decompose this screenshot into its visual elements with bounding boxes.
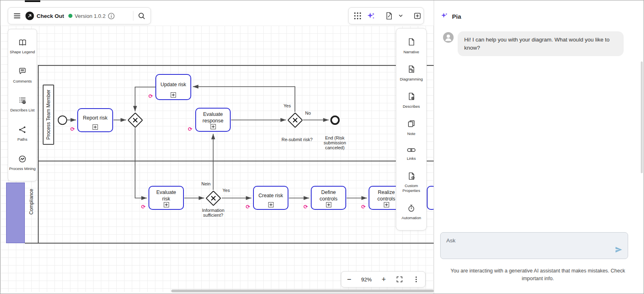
- branch-icon: [18, 126, 26, 135]
- doc-gear-icon: [408, 172, 415, 181]
- pool-header-selected[interactable]: [6, 183, 25, 243]
- subprocess-marker-icon[interactable]: [268, 202, 273, 207]
- flow-label-yes-bottom: Yes: [223, 188, 230, 193]
- chat-input-container: [440, 232, 628, 259]
- panel-item-narrative[interactable]: Narrative: [397, 38, 426, 54]
- comment-icon: [18, 67, 26, 76]
- subprocess-marker-icon[interactable]: [164, 202, 169, 207]
- main-toolbar: Check Out Version 1.0.2: [8, 7, 151, 24]
- panel-item-diagramming[interactable]: Diagramming: [397, 65, 426, 82]
- panel-item-label: Narrative: [404, 50, 419, 54]
- panel-item-note[interactable]: Note: [397, 120, 426, 136]
- subprocess-marker-icon[interactable]: [384, 202, 389, 207]
- change-indicator-icon[interactable]: ⟳: [303, 204, 308, 209]
- panel-item-label: Custom Properties: [397, 183, 426, 194]
- lane-header-process-team-member[interactable]: Process Team Member: [43, 85, 54, 145]
- task-label: Evaluate response: [199, 111, 227, 124]
- check-out-icon[interactable]: [25, 11, 34, 20]
- assistant-name: Pia: [452, 13, 461, 20]
- link-icon: [407, 147, 416, 154]
- change-indicator-icon[interactable]: ⟳: [188, 126, 192, 132]
- subprocess-marker-icon[interactable]: [93, 124, 98, 130]
- sidebar-item-shape-legend[interactable]: Shape Legend: [9, 39, 36, 55]
- right-tool-panel: Narrative Diagramming Describes Note Lin…: [396, 28, 427, 231]
- ai-sparkle-icon: [441, 12, 448, 21]
- menu-icon[interactable]: [13, 12, 21, 20]
- toolbar-divider: [133, 11, 133, 21]
- send-icon[interactable]: [615, 246, 623, 255]
- sidebar-item-describes-list[interactable]: Describes List: [9, 96, 36, 113]
- flow-label-nein: Nein: [201, 181, 211, 186]
- panel-item-links[interactable]: Links: [397, 147, 426, 161]
- gateway-label-info-sufficient: Information sufficient?: [199, 208, 228, 218]
- lane-header-divider: [38, 65, 39, 244]
- version-label: Version 1.0.2: [75, 13, 106, 19]
- start-event[interactable]: [58, 115, 67, 125]
- lane-label: Process Team Member: [46, 89, 51, 139]
- task-create-risk[interactable]: Create risk: [253, 186, 288, 210]
- panel-item-label: Links: [407, 156, 416, 161]
- subprocess-marker-icon[interactable]: [326, 202, 331, 207]
- zoom-in-button[interactable]: +: [382, 275, 386, 284]
- sidebar-item-process-mining[interactable]: Process Mining: [9, 155, 36, 172]
- assistant-message: Hi! I can help you with your diagram. Wh…: [458, 31, 624, 56]
- top-edge-marker: [25, 0, 40, 2]
- search-icon[interactable]: [138, 12, 146, 20]
- change-indicator-icon[interactable]: ⟳: [148, 94, 153, 99]
- document-edit-icon[interactable]: [385, 12, 393, 20]
- panel-item-describes[interactable]: Describes: [397, 92, 426, 109]
- view-toolbar: [348, 7, 424, 24]
- ai-sparkle-icon[interactable]: [367, 11, 375, 20]
- vertical-scrollbar[interactable]: [641, 61, 643, 173]
- change-indicator-icon[interactable]: ⟳: [141, 204, 146, 209]
- pulse-circle-icon: [18, 155, 26, 164]
- task-label: Define controls: [314, 189, 343, 202]
- horizontal-scrollbar[interactable]: [171, 290, 434, 292]
- task-report-risk[interactable]: Report risk: [77, 108, 113, 132]
- zoom-out-button[interactable]: −: [347, 275, 351, 284]
- task-define-controls[interactable]: Define controls: [311, 186, 346, 210]
- sidebar-item-comments[interactable]: Comments: [9, 67, 36, 84]
- ai-assistant-panel: Pia Hi! I can help you with your diagram…: [434, 0, 644, 294]
- grid-icon[interactable]: [354, 12, 362, 20]
- sidebar-item-label: Process Mining: [9, 166, 36, 171]
- fullscreen-icon[interactable]: [396, 276, 403, 283]
- panel-item-label: Note: [407, 131, 415, 136]
- panel-item-automation[interactable]: Automation: [397, 204, 426, 221]
- gateway-label-resubmit: Re-submit risk?: [282, 137, 312, 142]
- change-indicator-icon[interactable]: ⟳: [246, 204, 250, 209]
- document-icon: [408, 38, 415, 47]
- task-label: Update risk: [160, 82, 186, 88]
- task-evaluate-risk[interactable]: Evaluate risk: [148, 186, 184, 210]
- sidebar-item-label: Shape Legend: [10, 50, 35, 54]
- assistant-avatar: [443, 32, 454, 44]
- sidebar-item-paths[interactable]: Paths: [9, 126, 36, 142]
- change-indicator-icon[interactable]: ⟳: [70, 126, 75, 132]
- flow-label-no: No: [305, 111, 311, 115]
- kebab-menu-icon[interactable]: [413, 276, 419, 283]
- app-window: Compliance Process Team Member: [0, 0, 644, 294]
- chevron-down-icon[interactable]: [398, 13, 404, 19]
- task-label: Create risk: [258, 193, 283, 199]
- subprocess-marker-icon[interactable]: [210, 124, 216, 129]
- pool-bottom-border: [25, 243, 434, 244]
- zoom-level: 92%: [361, 277, 372, 283]
- check-out-button[interactable]: Check Out: [37, 13, 64, 19]
- subprocess-marker-icon[interactable]: [171, 92, 176, 98]
- info-icon[interactable]: [108, 13, 115, 20]
- end-event[interactable]: [330, 115, 340, 125]
- panel-item-label: Diagramming: [400, 77, 423, 82]
- ai-disclaimer: You are interacting with a generative AI…: [442, 267, 633, 283]
- panel-item-custom-properties[interactable]: Custom Properties: [397, 172, 426, 194]
- list-info-icon: [18, 96, 26, 106]
- task-update-risk[interactable]: Update risk: [155, 74, 191, 100]
- new-frame-icon[interactable]: [413, 12, 421, 20]
- change-indicator-icon[interactable]: ⟳: [361, 204, 366, 209]
- sidebar-item-label: Comments: [13, 79, 32, 84]
- timer-icon: [407, 204, 415, 213]
- book-open-icon: [18, 39, 27, 48]
- chat-input[interactable]: [441, 233, 628, 259]
- sidebar-item-label: Describes List: [10, 108, 35, 113]
- end-event-label: End (Risk submission canceled): [321, 135, 348, 150]
- task-evaluate-response[interactable]: Evaluate response: [195, 108, 231, 132]
